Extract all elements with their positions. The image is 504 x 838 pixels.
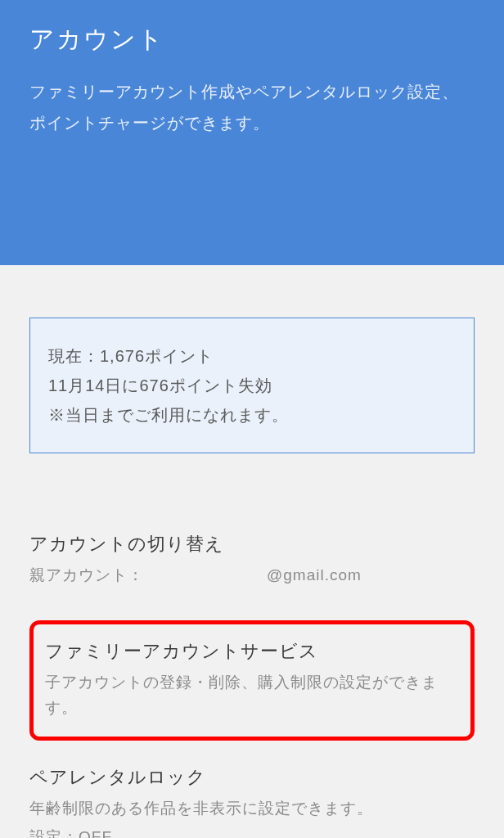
parental-lock-title: ペアレンタルロック [29, 765, 475, 790]
points-info-box: 現在：1,676ポイント 11月14日に676ポイント失効 ※当日までご利用にな… [29, 318, 475, 453]
points-note: ※当日までご利用になれます。 [48, 400, 456, 430]
family-account-title: ファミリーアカウントサービス [45, 639, 459, 664]
parental-lock-section[interactable]: ペアレンタルロック 年齢制限のある作品を非表示に設定できます。 設定：OFF [29, 765, 475, 838]
account-switch-title: アカウントの切り替え [29, 532, 475, 556]
points-current: 現在：1,676ポイント [48, 341, 456, 371]
family-account-service-item[interactable]: ファミリーアカウントサービス 子アカウントの登録・削除、購入制限の設定ができます… [29, 620, 475, 741]
parental-lock-status: 設定：OFF [29, 825, 475, 838]
desc-line: ポイントチャージができます。 [29, 107, 475, 138]
family-account-desc: 子アカウントの登録・削除、購入制限の設定ができます。 [45, 670, 459, 720]
parental-lock-desc: 年齢制限のある作品を非表示に設定できます。 [29, 796, 475, 821]
account-switch-section[interactable]: アカウントの切り替え 親アカウント： @gmail.com [29, 532, 475, 588]
desc-line: ファミリーアカウント作成やペアレンタルロック設定、 [29, 76, 475, 107]
account-header: アカウント ファミリーアカウント作成やペアレンタルロック設定、 ポイントチャージ… [0, 0, 504, 265]
parent-account-label: 親アカウント： [29, 563, 144, 588]
parent-account-email: @gmail.com [267, 563, 362, 588]
account-switch-info: 親アカウント： @gmail.com [29, 563, 475, 588]
page-title: アカウント [29, 23, 475, 56]
page-description: ファミリーアカウント作成やペアレンタルロック設定、 ポイントチャージができます。 [29, 76, 475, 138]
points-expiry: 11月14日に676ポイント失効 [48, 371, 456, 400]
content-area: 現在：1,676ポイント 11月14日に676ポイント失効 ※当日までご利用にな… [0, 318, 504, 838]
